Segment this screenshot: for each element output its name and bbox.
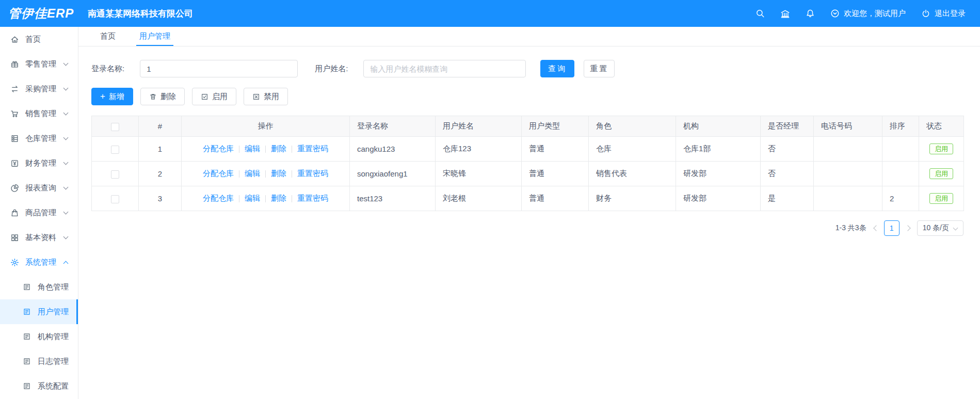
tab-home[interactable]: 首页 bbox=[100, 27, 116, 46]
sidebar-subitem-orgs[interactable]: 机构管理 bbox=[0, 324, 78, 349]
disable-button[interactable]: 禁用 bbox=[244, 88, 288, 105]
row-checkbox[interactable] bbox=[111, 195, 119, 203]
status-badge: 启用 bbox=[929, 143, 953, 154]
sidebar-subitem-roles[interactable]: 角色管理 bbox=[0, 275, 78, 299]
sidebar-item-basic-data[interactable]: 基本资料 bbox=[0, 225, 78, 250]
reset-password-link[interactable]: 重置密码 bbox=[297, 144, 328, 154]
divider bbox=[265, 195, 266, 202]
login-name-label: 登录名称: bbox=[91, 64, 124, 74]
cell-role: 仓库 bbox=[589, 137, 676, 162]
sidebar-item-label: 首页 bbox=[25, 35, 41, 44]
table-header-row: # 操作 登录名称 用户姓名 用户类型 角色 机构 是否经理 电话号码 排序 状… bbox=[92, 116, 964, 137]
prev-page-icon[interactable] bbox=[873, 226, 878, 231]
cell-phone bbox=[814, 186, 882, 211]
sidebar-subitem-label: 机构管理 bbox=[38, 332, 69, 342]
tab-user-management[interactable]: 用户管理 bbox=[139, 27, 170, 46]
logout-button[interactable]: 退出登录 bbox=[921, 9, 966, 19]
assign-warehouse-link[interactable]: 分配仓库 bbox=[203, 169, 234, 179]
assign-warehouse-link[interactable]: 分配仓库 bbox=[203, 194, 234, 203]
delete-link[interactable]: 删除 bbox=[271, 194, 286, 203]
page-number-button[interactable]: 1 bbox=[884, 220, 899, 236]
cell-name: 刘老根 bbox=[436, 186, 522, 211]
cell-type: 普通 bbox=[522, 162, 589, 186]
reset-password-link[interactable]: 重置密码 bbox=[297, 169, 328, 179]
report-pie-icon bbox=[10, 184, 19, 193]
sidebar-item-warehouse[interactable]: 仓库管理 bbox=[0, 126, 78, 151]
finance-icon bbox=[10, 159, 19, 168]
edit-link[interactable]: 编辑 bbox=[245, 169, 260, 179]
chevron-down-icon bbox=[63, 185, 69, 190]
sidebar-item-label: 财务管理 bbox=[25, 158, 56, 168]
chevron-up-icon bbox=[63, 260, 69, 265]
trash-icon bbox=[149, 93, 157, 101]
sidebar-subitem-label: 日志管理 bbox=[38, 357, 69, 366]
warehouse-icon bbox=[10, 134, 19, 143]
row-checkbox[interactable] bbox=[111, 170, 119, 179]
reset-password-link[interactable]: 重置密码 bbox=[297, 194, 328, 203]
sidebar-item-label: 报表查询 bbox=[25, 183, 56, 193]
row-checkbox[interactable] bbox=[111, 146, 119, 154]
logout-text: 退出登录 bbox=[935, 9, 966, 19]
tab-bar: 首页 用户管理 bbox=[78, 27, 980, 46]
col-operations: 操作 bbox=[182, 116, 350, 137]
bank-icon[interactable] bbox=[780, 9, 790, 19]
search-icon[interactable] bbox=[756, 9, 765, 18]
sidebar-item-finance[interactable]: 财务管理 bbox=[0, 151, 78, 175]
login-name-input[interactable] bbox=[140, 60, 298, 77]
sidebar-subitem-config[interactable]: 系统配置 bbox=[0, 374, 78, 398]
row-index: 3 bbox=[139, 186, 182, 211]
cell-sort: 2 bbox=[882, 186, 919, 211]
chevron-down-icon bbox=[63, 235, 69, 240]
cell-manager: 否 bbox=[761, 162, 814, 186]
assign-warehouse-link[interactable]: 分配仓库 bbox=[203, 144, 234, 154]
enable-button[interactable]: 启用 bbox=[192, 88, 236, 105]
sidebar-item-label: 系统管理 bbox=[25, 258, 56, 267]
sidebar-subitem-users[interactable]: 用户管理 bbox=[0, 299, 78, 324]
col-index: # bbox=[139, 116, 182, 137]
sidebar-item-reports[interactable]: 报表查询 bbox=[0, 175, 78, 200]
home-icon bbox=[10, 35, 19, 44]
table-row: 3 分配仓库 编辑 删除 重置密码 test123 刘老根 普通 财务 研发部 … bbox=[92, 186, 964, 211]
bell-icon[interactable] bbox=[806, 9, 815, 18]
sidebar-item-home[interactable]: 首页 bbox=[0, 27, 78, 52]
cell-org: 研发部 bbox=[676, 162, 761, 186]
sidebar-item-sales[interactable]: 销售管理 bbox=[0, 101, 78, 126]
user-name-label: 用户姓名: bbox=[315, 64, 348, 74]
delete-button[interactable]: 删除 bbox=[140, 88, 185, 105]
sidebar-item-system[interactable]: 系统管理 bbox=[0, 250, 78, 275]
sidebar-item-retail[interactable]: 零售管理 bbox=[0, 52, 78, 76]
cell-sort bbox=[882, 162, 919, 186]
add-button[interactable]: +新增 bbox=[91, 88, 133, 105]
sidebar-item-label: 销售管理 bbox=[25, 109, 56, 119]
search-button[interactable]: 查询 bbox=[540, 60, 574, 77]
sidebar-item-purchase[interactable]: 采购管理 bbox=[0, 76, 78, 101]
cell-sort bbox=[882, 137, 919, 162]
doc-icon bbox=[23, 357, 31, 366]
reset-button[interactable]: 重置 bbox=[584, 60, 615, 77]
delete-link[interactable]: 删除 bbox=[271, 169, 286, 179]
cell-role: 销售代表 bbox=[589, 162, 676, 186]
edit-link[interactable]: 编辑 bbox=[245, 144, 260, 154]
sidebar-subitem-logs[interactable]: 日志管理 bbox=[0, 349, 78, 374]
user-menu[interactable]: 欢迎您，测试用户 bbox=[830, 9, 906, 19]
col-type: 用户类型 bbox=[522, 116, 589, 137]
page-size-select[interactable]: 10 条/页 bbox=[917, 220, 963, 236]
user-name-input[interactable] bbox=[363, 60, 526, 77]
divider bbox=[292, 195, 292, 202]
delete-link[interactable]: 删除 bbox=[271, 144, 286, 154]
cell-name: 仓库123 bbox=[436, 137, 522, 162]
sidebar-item-label: 基本资料 bbox=[25, 233, 56, 243]
col-manager: 是否经理 bbox=[761, 116, 814, 137]
sidebar-item-goods[interactable]: 商品管理 bbox=[0, 200, 78, 225]
page-size-value: 10 条/页 bbox=[923, 224, 949, 233]
doc-icon bbox=[23, 308, 31, 316]
top-header-bar: 管伊佳ERP 南通某某网络科技有限公司 欢迎您，测试用户 退出登录 bbox=[0, 0, 980, 27]
next-page-icon[interactable] bbox=[906, 226, 911, 231]
chevron-down-icon bbox=[63, 111, 69, 116]
select-all-checkbox[interactable] bbox=[111, 123, 119, 131]
status-badge: 启用 bbox=[929, 168, 953, 179]
edit-link[interactable]: 编辑 bbox=[245, 194, 260, 203]
checkbox-x-icon bbox=[252, 93, 260, 101]
basic-grid-icon bbox=[10, 233, 19, 242]
table-row: 2 分配仓库 编辑 删除 重置密码 songxiaofeng1 宋晓锋 普通 销… bbox=[92, 162, 964, 186]
